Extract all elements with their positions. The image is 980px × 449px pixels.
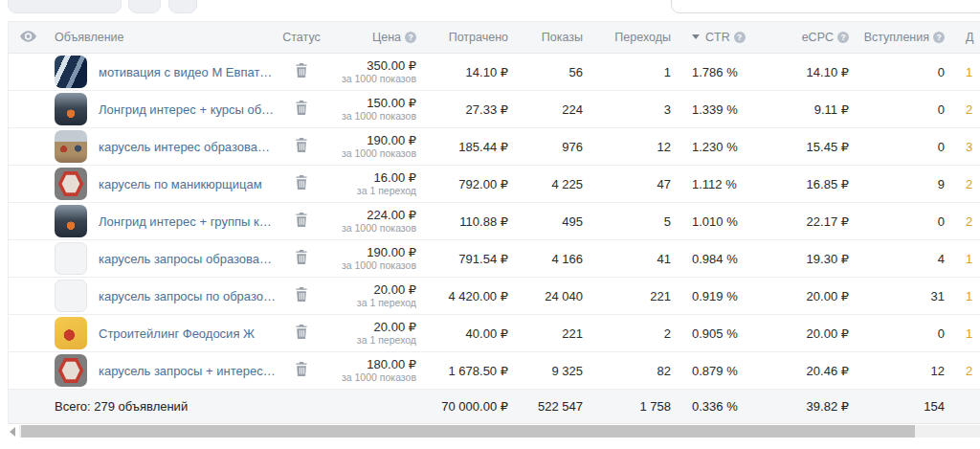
ctr-value: 0.905 % — [677, 326, 759, 341]
toolbar-filter-input[interactable] — [8, 0, 122, 13]
extra-value: 2 — [950, 177, 980, 191]
ctr-value: 1.010 % — [677, 214, 759, 229]
ad-name-link[interactable]: карусель запросы образование и гр... — [99, 252, 277, 266]
trash-icon[interactable] — [295, 178, 308, 192]
shows-value: 56 — [514, 65, 589, 79]
toolbar-button-2[interactable] — [168, 0, 197, 13]
trash-icon[interactable] — [295, 66, 308, 80]
trash-icon[interactable] — [295, 215, 308, 230]
ctr-value: 0.879 % — [677, 364, 759, 378]
joins-value: 0 — [855, 214, 950, 229]
price-value: 20.00 ₽ — [326, 321, 416, 335]
spent-value: 185.44 ₽ — [422, 140, 514, 154]
price-cell: 16.00 ₽ за 1 переход — [326, 171, 422, 197]
ad-name-link[interactable]: мотивация с видео М Евпатория — [99, 65, 277, 79]
ad-name-link[interactable]: Лонгрид интерес + группы курсов с... — [99, 214, 277, 229]
trash-icon[interactable] — [295, 253, 308, 267]
ad-thumbnail[interactable] — [55, 354, 87, 387]
shows-value: 4 225 — [514, 177, 589, 191]
column-header-shows[interactable]: Показы — [514, 31, 589, 44]
price-value: 190.00 ₽ — [326, 246, 416, 260]
ad-name-link[interactable]: карусель запросы по образованию ... — [99, 289, 277, 303]
trash-icon[interactable] — [295, 103, 308, 118]
shows-value: 495 — [514, 214, 589, 229]
ecpc-value: 15.45 ₽ — [759, 140, 855, 154]
trash-icon[interactable] — [295, 327, 308, 342]
help-icon[interactable]: ? — [405, 32, 416, 43]
clicks-value: 5 — [589, 214, 677, 229]
spent-value: 791.54 ₽ — [422, 252, 514, 266]
spent-value: 4 420.00 ₽ — [422, 289, 514, 303]
ad-name-link[interactable]: карусель интерес образование + гр... — [99, 140, 277, 154]
help-icon[interactable]: ? — [734, 32, 746, 43]
totals-label: Всего: 279 объявлений — [47, 399, 277, 414]
clicks-value: 2 — [589, 326, 677, 341]
status-cell — [277, 63, 326, 80]
clicks-value: 1 — [589, 65, 677, 79]
price-cell: 20.00 ₽ за 1 переход — [326, 321, 422, 347]
table-row: мотивация с видео М Евпатория 350.00 ₽ з… — [9, 54, 980, 91]
status-cell — [277, 250, 326, 267]
ad-thumbnail[interactable] — [55, 168, 87, 200]
joins-value: 0 — [855, 140, 950, 154]
table-row: Строитейлинг Феодосия Ж 20.00 ₽ за 1 пер… — [9, 315, 980, 352]
ad-thumbnail[interactable] — [55, 56, 87, 88]
status-cell — [277, 175, 326, 192]
ad-thumbnail[interactable] — [55, 242, 87, 275]
ad-name-link[interactable]: Строитейлинг Феодосия Ж — [99, 326, 255, 341]
ad-thumbnail[interactable] — [55, 130, 87, 163]
shows-value: 4 166 — [514, 252, 589, 266]
help-icon[interactable]: ? — [837, 32, 849, 43]
extra-value: 1 — [950, 252, 980, 266]
ad-name-link[interactable]: карусель запросы + интерес поиск ... — [99, 364, 277, 378]
ctr-value: 1.786 % — [677, 65, 759, 79]
column-header-ecpc-label: eCPC — [802, 31, 834, 44]
shows-value: 976 — [514, 140, 589, 154]
toolbar — [0, 0, 980, 21]
shows-value: 221 — [514, 326, 589, 341]
column-header-price[interactable]: Цена? — [326, 31, 422, 44]
ad-name-link[interactable]: Лонгрид интерес + курсы обучения ... — [99, 102, 277, 117]
ctr-value: 0.984 % — [677, 252, 759, 266]
price-value: 180.00 ₽ — [326, 358, 416, 372]
table-body: мотивация с видео М Евпатория 350.00 ₽ з… — [9, 54, 980, 390]
extra-value: 1 — [950, 326, 980, 341]
column-header-ctr-label: CTR — [705, 31, 730, 44]
totals-row: Всего: 279 объявлений 70 000.00 ₽ 522 54… — [9, 390, 980, 424]
price-unit: за 1 переход — [326, 297, 416, 308]
column-header-joins[interactable]: Вступления? — [855, 31, 950, 44]
column-header-ctr[interactable]: CTR? — [677, 31, 759, 44]
column-header-extra[interactable]: Д — [950, 31, 980, 44]
visibility-column-toggle[interactable] — [9, 31, 47, 45]
ad-thumbnail[interactable] — [55, 317, 87, 349]
extra-value: 1 — [950, 289, 980, 303]
help-icon[interactable]: ? — [933, 32, 945, 43]
totals-ecpc: 39.82 ₽ — [759, 399, 855, 414]
totals-shows: 522 547 — [514, 399, 589, 414]
price-value: 350.00 ₽ — [326, 59, 416, 74]
ad-thumbnail[interactable] — [55, 205, 87, 237]
column-header-status[interactable]: Статус — [277, 31, 326, 44]
trash-icon[interactable] — [295, 365, 308, 379]
column-header-ad[interactable]: Объявление — [47, 31, 277, 44]
clicks-value: 41 — [589, 252, 677, 266]
scrollbar-thumb[interactable] — [21, 425, 915, 438]
trash-icon[interactable] — [295, 141, 308, 155]
joins-value: 0 — [855, 65, 950, 79]
toolbar-button-1[interactable] — [128, 0, 161, 13]
trash-icon[interactable] — [295, 290, 308, 304]
spent-value: 1 678.50 ₽ — [422, 364, 514, 378]
ad-name-link[interactable]: карусель по маникюрщицам — [99, 177, 262, 191]
ctr-value: 1.230 % — [677, 140, 759, 154]
toolbar-dropdown[interactable] — [671, 0, 980, 13]
ad-thumbnail[interactable] — [55, 280, 87, 312]
column-header-spent[interactable]: Потрачено — [422, 31, 514, 44]
price-value: 190.00 ₽ — [326, 134, 416, 148]
ad-thumbnail[interactable] — [55, 93, 87, 125]
column-header-ecpc[interactable]: eCPC? — [759, 31, 855, 44]
ctr-value: 0.919 % — [677, 289, 759, 303]
shows-value: 24 040 — [514, 289, 589, 303]
scrollbar-track[interactable] — [19, 425, 980, 438]
scroll-left-arrow-icon[interactable] — [10, 427, 15, 437]
column-header-clicks[interactable]: Переходы — [589, 31, 677, 44]
